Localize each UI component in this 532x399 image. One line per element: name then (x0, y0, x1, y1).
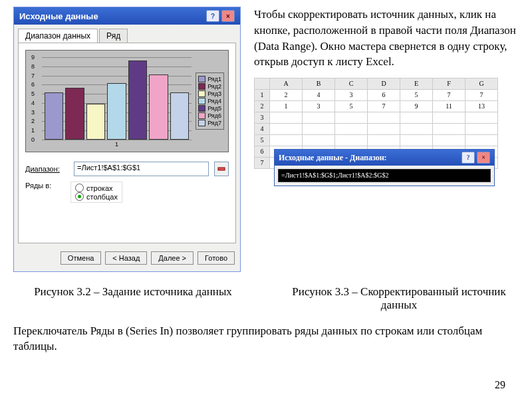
dialog-title: Исходные данные (19, 11, 98, 21)
bar (65, 88, 84, 140)
radio-columns[interactable] (75, 192, 84, 201)
help-icon[interactable]: ? (462, 152, 475, 164)
bottom-paragraph: Переключатель Ряды в (Series In) позволя… (13, 324, 519, 354)
series-in-label: Ряды в: (25, 182, 68, 190)
page-number: 29 (495, 379, 505, 391)
bar (128, 61, 147, 140)
close-icon[interactable]: × (477, 152, 490, 164)
mini-range-input[interactable]: =Лист1!$A$1:$G$1;Лист1!$A$2:$G$2 (278, 169, 491, 182)
chart-legend: Ряд1Ряд2Ряд3Ряд4Ряд5Ряд6Ряд7 (196, 72, 224, 130)
range-label: Диапазон: (25, 165, 68, 173)
radio-rows[interactable] (75, 184, 84, 192)
cancel-button[interactable]: Отмена (61, 251, 101, 265)
collapse-button[interactable] (214, 162, 229, 176)
finish-button[interactable]: Готово (198, 251, 235, 265)
bar (86, 104, 105, 140)
back-button[interactable]: < Назад (105, 251, 147, 265)
mini-dialog-title: Исходные данные - Диапазон: (279, 152, 387, 164)
caption-right: Рисунок 3.3 – Скорректированный источник… (279, 285, 519, 312)
range-input[interactable]: =Лист1!$A$1:$G$1 (74, 162, 209, 176)
help-icon[interactable]: ? (206, 10, 219, 22)
bar (45, 92, 63, 140)
next-button[interactable]: Далее > (151, 251, 194, 265)
bar (170, 92, 189, 140)
tab-data-range[interactable]: Диапазон данных (18, 29, 98, 43)
svg-rect-0 (218, 168, 225, 170)
range-collapsed-dialog: Исходные данные - Диапазон: ? × =Лист1!$… (274, 149, 495, 186)
paragraph-right: Чтобы скорректировать источник данных, к… (254, 7, 519, 70)
bar (149, 74, 168, 140)
tab-series[interactable]: Ряд (99, 29, 128, 43)
source-data-dialog: Исходные данные ? × Диапазон данных Ряд … (13, 7, 241, 272)
bar (107, 83, 126, 140)
caption-left: Рисунок 3.2 – Задание источника данных (13, 285, 253, 312)
dialog-tabs: Диапазон данных Ряд (14, 25, 240, 43)
chart-preview: 01234567891 Ряд1Ряд2Ряд3Ряд4Ряд5Ряд6Ряд7 (25, 50, 229, 152)
close-icon[interactable]: × (221, 10, 235, 22)
dialog-titlebar: Исходные данные ? × (14, 7, 240, 25)
dialog-buttons: Отмена < Назад Далее > Готово (14, 247, 240, 271)
tab-body: 01234567891 Ряд1Ряд2Ряд3Ряд4Ряд5Ряд6Ряд7… (18, 43, 236, 243)
